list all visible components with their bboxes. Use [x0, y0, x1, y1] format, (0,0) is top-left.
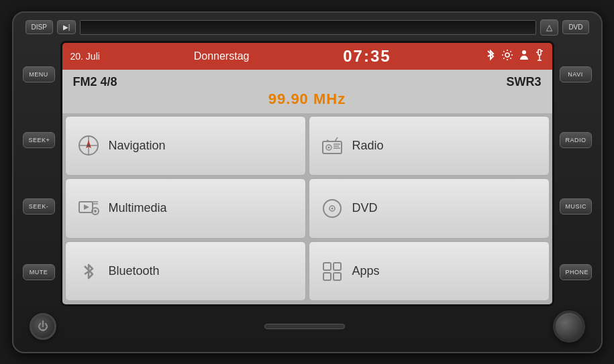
dvd-menu-item[interactable]: DVD: [309, 178, 550, 239]
multimedia-menu-item[interactable]: Multimedia: [65, 178, 306, 239]
radio-right-button[interactable]: RADIO: [560, 132, 592, 148]
svg-rect-2: [538, 50, 541, 55]
radio-top-row: FM2 4/8 SWR3: [73, 75, 542, 89]
svg-rect-26: [323, 263, 331, 270]
apps-menu-item[interactable]: Apps: [309, 241, 550, 302]
radio-frequency: 99.90 MHz: [268, 90, 346, 108]
dvd-label: DVD: [352, 201, 378, 215]
phone-status-icon: [519, 49, 529, 64]
navigation-icon: [76, 133, 101, 158]
navigation-menu-item[interactable]: Navigation: [65, 116, 306, 176]
multimedia-icon: [76, 196, 101, 221]
mute-button[interactable]: MUTE: [23, 264, 55, 280]
svg-point-20: [94, 210, 97, 213]
car-stereo-unit: DISP ▶| △ DVD MENU SEEK+ SEEK- MUTE 20. …: [12, 11, 603, 353]
radio-icon: [320, 133, 344, 158]
svg-rect-28: [323, 273, 331, 280]
screen: 20. Juli Donnerstag 07:35: [60, 41, 554, 306]
dvd-icon: [320, 196, 344, 221]
left-buttons: MENU SEEK+ SEEK- MUTE: [23, 41, 55, 306]
music-button[interactable]: MUSIC: [560, 198, 592, 215]
navigation-label: Navigation: [109, 139, 166, 153]
header-day: Donnerstag: [194, 50, 250, 62]
radio-station-right: SWR3: [506, 75, 541, 89]
phone-button[interactable]: PHONE: [560, 264, 592, 280]
bluetooth-status-icon: [485, 48, 496, 64]
svg-point-10: [87, 144, 90, 147]
radio-section: FM2 4/8 SWR3 99.90 MHz: [62, 70, 552, 113]
seek-plus-button[interactable]: SEEK+: [23, 132, 55, 148]
bottom-center: [56, 324, 553, 329]
disp-button[interactable]: DISP: [25, 20, 53, 34]
bottom-area: ⏻: [23, 306, 592, 343]
multimedia-label: Multimedia: [109, 201, 167, 215]
svg-rect-29: [334, 273, 341, 280]
power-button[interactable]: ⏻: [30, 313, 56, 340]
svg-rect-11: [323, 141, 342, 154]
navi-button[interactable]: NAVI: [560, 66, 592, 82]
apps-icon: [320, 259, 344, 284]
svg-point-1: [522, 50, 526, 54]
bottom-strip: [264, 324, 345, 329]
svg-point-0: [505, 53, 509, 57]
radio-menu-item[interactable]: Radio: [309, 116, 550, 176]
right-buttons: NAVI RADIO MUSIC PHONE: [560, 41, 592, 306]
settings-status-icon: [501, 49, 513, 64]
eject-button[interactable]: △: [540, 19, 558, 36]
cd-slot: [80, 20, 536, 35]
bluetooth-menu-item[interactable]: Bluetooth: [65, 241, 306, 302]
svg-point-25: [331, 207, 333, 209]
header-bar: 20. Juli Donnerstag 07:35: [62, 43, 552, 70]
seek-minus-button[interactable]: SEEK-: [23, 198, 55, 215]
header-date: 20. Juli: [70, 51, 100, 62]
radio-label: Radio: [352, 139, 384, 153]
radio-station-left: FM2 4/8: [73, 75, 117, 89]
header-time: 07:35: [343, 47, 391, 66]
svg-marker-18: [84, 204, 89, 210]
menu-grid: Navigation: [62, 113, 552, 304]
dvd-label: DVD: [562, 20, 589, 34]
apps-label: Apps: [352, 264, 380, 278]
svg-point-13: [327, 147, 329, 149]
volume-knob[interactable]: [553, 310, 585, 343]
menu-button[interactable]: MENU: [23, 66, 55, 82]
header-icons: [485, 48, 544, 64]
play-pause-button[interactable]: ▶|: [57, 20, 76, 34]
svg-rect-27: [334, 263, 341, 270]
bluetooth-icon: [76, 259, 101, 284]
top-bar: DISP ▶| △ DVD: [23, 19, 592, 36]
main-section: MENU SEEK+ SEEK- MUTE 20. Juli Donnersta…: [23, 41, 592, 306]
bluetooth-label: Bluetooth: [109, 264, 160, 278]
usb-status-icon: [535, 49, 544, 64]
